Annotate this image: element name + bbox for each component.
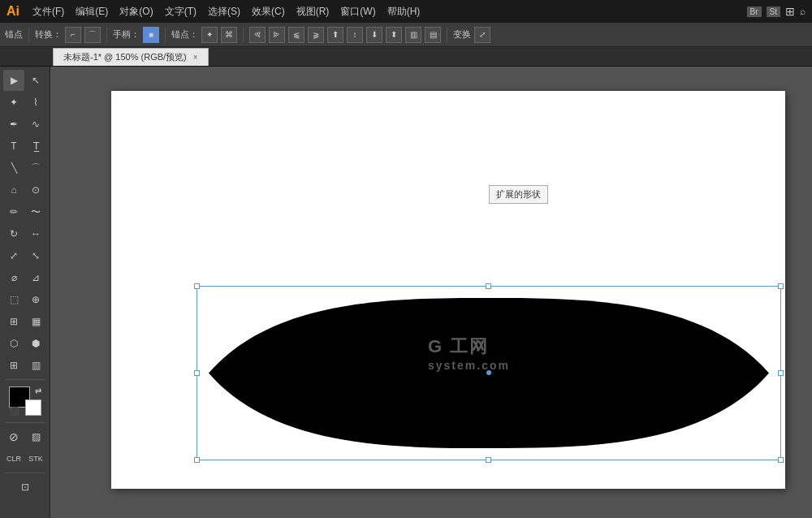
menu-window[interactable]: 窗口(W) — [335, 3, 380, 20]
bridge-icon[interactable]: Br — [747, 6, 762, 17]
arc-tool-btn[interactable]: ⌒ — [25, 158, 46, 179]
align-left-btn[interactable]: ⫷ — [249, 27, 266, 43]
curvature-tool-btn[interactable]: ∿ — [25, 114, 46, 135]
pen-tool-btn[interactable]: ✒ — [3, 114, 24, 135]
handle-bottom-middle[interactable] — [486, 457, 491, 463]
align-vcenter-btn[interactable]: ↕ — [347, 27, 363, 43]
align-bottom-btn[interactable]: ⬇ — [366, 27, 382, 43]
none-color-btn[interactable]: ⊘ — [3, 426, 24, 447]
secondary-toolbar: 锚点 转换： ⌐ ⌒ 手柄： ■ 锚点： ✦ ⌘ ⫷ ⫸ ⫹ ⫺ ⬆ ↕ ⬇ ⬍… — [0, 23, 812, 47]
swap-colors-icon[interactable]: ⇄ — [35, 386, 41, 395]
warp-tool-btn[interactable]: ⌀ — [3, 267, 24, 288]
blob-brush-btn[interactable]: ⊙ — [25, 179, 46, 201]
scale-tool-btn[interactable]: ⤢ — [3, 245, 24, 266]
menu-file[interactable]: 文件(F) — [28, 3, 69, 20]
canvas-area: 扩展的形状 G 工网 system.com — [50, 67, 812, 518]
reset-colors-icon[interactable]: ⬛ — [9, 407, 19, 416]
direct-select-tool-btn[interactable]: ↖ — [25, 70, 46, 91]
perspective-sel-btn[interactable]: ⬢ — [25, 333, 46, 354]
title-bar: Ai 文件(F) 编辑(E) 对象(O) 文字(T) 选择(S) 效果(C) 视… — [0, 0, 812, 23]
transform-label: 转换： — [35, 28, 62, 41]
dist-v-btn[interactable]: ⬍ — [386, 27, 402, 43]
stock-icon[interactable]: St — [767, 6, 780, 17]
menu-select[interactable]: 选择(S) — [203, 3, 245, 20]
reflect-tool-btn[interactable]: ↔ — [25, 223, 46, 244]
align-hcenter-btn[interactable]: ⫸ — [269, 27, 285, 43]
tool-row-3: ✒ ∿ — [3, 114, 46, 135]
tool-separator-2 — [5, 422, 45, 423]
tool-row-14: ⊞ ▥ — [3, 355, 46, 376]
menu-bar: 文件(F) 编辑(E) 对象(O) 文字(T) 选择(S) 效果(C) 视图(R… — [28, 3, 425, 20]
handle-middle-right[interactable] — [778, 370, 784, 376]
menu-view[interactable]: 视图(R) — [292, 3, 335, 20]
menu-effect[interactable]: 效果(C) — [247, 3, 290, 20]
document-tab[interactable]: 未标题-1* @ 150% (RGB/预览) × — [53, 48, 209, 66]
tool-row-10: ⌀ ⊿ — [3, 267, 46, 288]
tool-row-9: ⤢ ⤡ — [3, 245, 46, 266]
rotate-tool-btn[interactable]: ↻ — [3, 223, 24, 244]
line-tool-btn[interactable]: ╲ — [3, 158, 24, 179]
handle-top-left[interactable] — [194, 283, 200, 289]
pencil-tool-btn[interactable]: ✏ — [3, 201, 24, 222]
tooltip: 扩展的形状 — [489, 185, 548, 204]
anchor-label: 锚点 — [5, 28, 23, 41]
left-toolbar: ▶ ↖ ✦ ⌇ ✒ ∿ T T̲ ╲ ⌒ ⌂ ⊙ ✏ 〜 ↻ ↔ — [0, 67, 50, 518]
tool-row-1: ▶ ↖ — [3, 70, 46, 91]
anchor-point-label: 锚点： — [171, 28, 198, 41]
type-tool-btn[interactable]: T — [3, 136, 24, 157]
toolbar-separator-4 — [243, 28, 244, 42]
convert-corner-btn[interactable]: ⌐ — [65, 27, 81, 43]
handle-sym-btn[interactable]: ■ — [143, 27, 159, 43]
tab-title: 未标题-1* @ 150% (RGB/预览) — [63, 51, 187, 63]
free-transform-btn[interactable]: ⬚ — [3, 289, 24, 310]
menu-edit[interactable]: 编辑(E) — [71, 3, 113, 20]
handle-middle-left[interactable] — [194, 370, 200, 376]
mesh-tool-btn[interactable]: ⊞ — [3, 355, 24, 376]
selection-tool-btn[interactable]: ▶ — [3, 70, 24, 91]
handle-top-middle[interactable] — [486, 283, 491, 289]
draw-mode-btn[interactable]: ⊡ — [15, 477, 36, 498]
handle-bottom-right[interactable] — [778, 457, 784, 463]
menu-help[interactable]: 帮助(H) — [382, 3, 425, 20]
align-right-btn[interactable]: ⫹ — [288, 27, 304, 43]
anchor-edit-btn[interactable]: ✦ — [201, 27, 218, 43]
live-paint-btn[interactable]: ▦ — [25, 311, 46, 332]
gradient-tool-btn[interactable]: ▥ — [25, 355, 46, 376]
smooth-tool-btn[interactable]: 〜 — [25, 201, 46, 222]
handle-bottom-left[interactable] — [194, 457, 200, 463]
transform-warp-btn[interactable]: ⤢ — [474, 27, 490, 43]
anchor-smooth-btn[interactable]: ⌘ — [221, 27, 237, 43]
background-color[interactable] — [25, 399, 41, 416]
tool-row-17: ⊡ — [15, 477, 36, 498]
artboard: 扩展的形状 G 工网 system.com — [111, 91, 785, 489]
more-align-btn1[interactable]: ▥ — [405, 27, 421, 43]
handle-top-right[interactable] — [778, 283, 784, 289]
workspace-icon[interactable]: ⊞ — [785, 5, 795, 18]
main-area: ▶ ↖ ✦ ⌇ ✒ ∿ T T̲ ╲ ⌒ ⌂ ⊙ ✏ 〜 ↻ ↔ — [0, 67, 812, 518]
perspective-grid-btn[interactable]: ⬡ — [3, 333, 24, 354]
tool-row-6: ⌂ ⊙ — [3, 179, 46, 201]
toolbar-separator-5 — [447, 28, 447, 42]
touch-type-btn[interactable]: T̲ — [25, 136, 46, 157]
shape-builder-btn[interactable]: ⊞ — [3, 311, 24, 332]
paintbrush-tool-btn[interactable]: ⌂ — [3, 179, 24, 201]
tool-row-16: CLR STK — [3, 448, 46, 469]
dist-h-btn[interactable]: ⫺ — [308, 27, 324, 43]
menu-object[interactable]: 对象(O) — [114, 3, 158, 20]
lasso-tool-btn[interactable]: ⌇ — [25, 92, 46, 113]
puppet-warp-btn[interactable]: ⊕ — [25, 289, 46, 310]
magic-wand-tool-btn[interactable]: ✦ — [3, 92, 24, 113]
gradient-fill-btn[interactable]: ▨ — [25, 426, 46, 447]
tool-row-12: ⊞ ▦ — [3, 311, 46, 332]
brush-defs-btn[interactable]: STK — [25, 448, 46, 469]
tab-close-btn[interactable]: × — [193, 53, 198, 62]
width-tool-btn[interactable]: ⊿ — [25, 267, 46, 288]
search-icon[interactable]: ⌕ — [800, 6, 806, 17]
color-mode-btn[interactable]: CLR — [3, 448, 24, 469]
align-top-btn[interactable]: ⬆ — [327, 27, 343, 43]
convert-smooth-btn[interactable]: ⌒ — [84, 27, 101, 43]
menu-text[interactable]: 文字(T) — [160, 3, 201, 20]
toolbar-separator-2 — [106, 28, 107, 42]
more-align-btn2[interactable]: ▤ — [425, 27, 441, 43]
shear-tool-btn[interactable]: ⤡ — [25, 245, 46, 266]
